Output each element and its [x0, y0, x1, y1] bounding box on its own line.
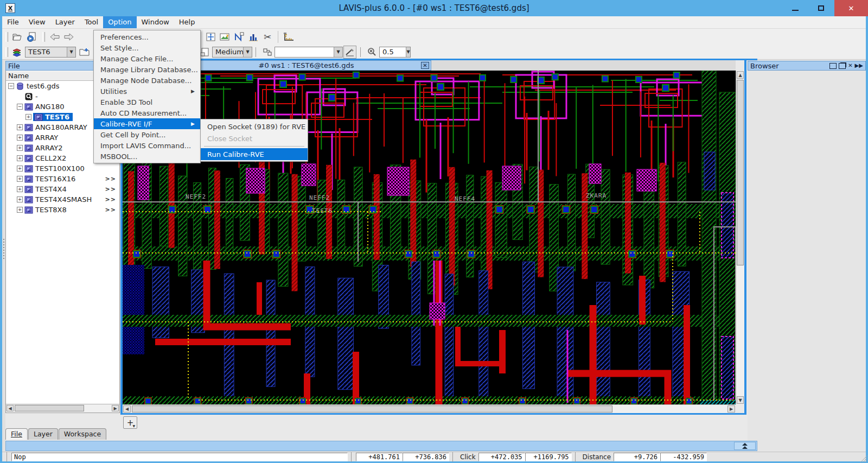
expand-toggle[interactable] [25, 114, 31, 120]
expand-toggle[interactable] [17, 186, 23, 192]
tab-layer[interactable]: Layer [28, 428, 58, 440]
vertical-scroll-thumb[interactable] [737, 80, 744, 265]
tree-row[interactable]: TEST8X8 >> [6, 205, 119, 215]
menu-tool[interactable]: Tool [80, 16, 103, 28]
minimize-button[interactable] [783, 0, 807, 16]
menu-window[interactable]: Window [137, 16, 174, 28]
route-node-button[interactable] [261, 46, 274, 59]
horizontal-scroll-thumb[interactable] [132, 405, 612, 413]
panel-collapse-icon[interactable]: ▶▶ [855, 63, 863, 68]
close-button[interactable]: ✕ [834, 0, 868, 16]
menu-item-manage-cache-file[interactable]: Manage Cache File... [94, 53, 200, 64]
menu-item-open-socket[interactable]: Open Socket (9189) for RVE [201, 120, 308, 132]
toolbar-grip[interactable] [42, 32, 45, 42]
tree-row[interactable]: TEST4X4SMASH >> [6, 194, 119, 205]
tree-row[interactable]: TEST16X16 >> [6, 174, 119, 184]
expand-toggle[interactable] [17, 145, 23, 151]
zoom-reset-button[interactable] [366, 46, 379, 59]
scroll-down-button[interactable]: ▼ [737, 396, 744, 404]
strip-collapse-button[interactable] [734, 442, 756, 450]
menu-item-manage-node-database[interactable]: Manage Node Database... [94, 75, 200, 86]
horizontal-scroll-thumb[interactable] [15, 405, 84, 411]
open-file-button[interactable] [11, 30, 24, 43]
combo-arrow-icon[interactable]: ▼ [67, 47, 75, 57]
play-document-icon [27, 32, 37, 42]
workspace-close-icon[interactable]: ✕ [421, 62, 429, 69]
bar-chart-icon [248, 33, 258, 41]
node-trace-button[interactable] [233, 30, 246, 43]
menu-item-close-socket[interactable]: Close Socket [201, 132, 308, 144]
browser-panel-titlebar[interactable]: Browser ✕ ▶▶ [748, 61, 866, 71]
zoom-level-combo[interactable]: 0.5 ▼ [379, 47, 411, 58]
expand-toggle[interactable] [17, 135, 23, 141]
new-folder-button[interactable] [78, 46, 91, 59]
file-panel-horizontal-scrollbar[interactable]: ◀ ▶ [6, 404, 119, 413]
menu-item-utilities[interactable]: Utilities▶ [94, 86, 200, 97]
menu-item-get-cell-by-point[interactable]: Get Cell by Point... [94, 129, 200, 140]
menu-item-preferences[interactable]: Preferences... [94, 31, 200, 42]
panel-restore-button[interactable] [839, 63, 846, 69]
tab-workspace[interactable]: Workspace [59, 428, 106, 440]
tree-row[interactable]: TEST100X100 [6, 163, 119, 174]
workspace-tab[interactable]: #0 ws1 : TEST6@test6.gds ✕ [191, 60, 431, 71]
cell-select-combo[interactable]: TEST6 ▼ [25, 47, 76, 58]
tree-row[interactable]: TEST4X4 >> [6, 184, 119, 194]
menu-item-set-style[interactable]: Set Style... [94, 42, 200, 53]
collapse-toggle[interactable] [8, 83, 14, 89]
menu-item-import-lavis-command[interactable]: Import LAVIS Command... [94, 140, 200, 151]
cell-icon [24, 134, 33, 142]
menu-item-enable-3d-tool[interactable]: Enable 3D Tool [94, 97, 200, 107]
export-run-button[interactable] [25, 30, 39, 43]
add-workspace-button[interactable]: +▼ [123, 416, 137, 429]
menu-item-auto-cd-measurement[interactable]: Auto CD Measurement... [94, 107, 200, 118]
command-strip[interactable] [5, 441, 757, 451]
menu-item-calibre-rve-if[interactable]: Calibre-RVE I/F▶ [94, 118, 200, 129]
ruler-button[interactable] [282, 30, 295, 43]
menu-help[interactable]: Help [174, 16, 200, 28]
menu-option[interactable]: Option [103, 16, 136, 28]
scroll-left-button[interactable]: ◀ [123, 405, 131, 413]
menu-view[interactable]: View [24, 16, 50, 28]
toolbar-grip[interactable] [5, 47, 8, 57]
scroll-right-button[interactable]: ▶ [727, 405, 735, 413]
canvas-horizontal-scrollbar[interactable]: ◀ ▶ [123, 404, 736, 413]
menu-item-run-calibre-rve[interactable]: Run Calibre-RVE [201, 148, 308, 160]
toolbar-grip[interactable] [5, 32, 8, 42]
scroll-left-button[interactable]: ◀ [7, 405, 14, 411]
panel-close-icon[interactable]: ✕ [848, 63, 852, 68]
expand-toggle[interactable] [17, 196, 23, 202]
snapshot-button[interactable] [219, 30, 232, 43]
expand-toggle[interactable] [17, 207, 23, 213]
window-resize-grip[interactable] [860, 455, 867, 462]
dock-grip[interactable] [3, 239, 4, 261]
panel-maximize-button[interactable] [829, 63, 837, 69]
forward-button[interactable] [62, 30, 75, 43]
menu-layer[interactable]: Layer [50, 16, 80, 28]
collapse-toggle[interactable] [17, 104, 23, 110]
maximize-button[interactable] [809, 0, 833, 16]
expand-toggle[interactable] [17, 166, 23, 172]
layers-button[interactable] [11, 46, 24, 59]
tab-file[interactable]: File [5, 428, 28, 440]
expand-toggle[interactable] [17, 155, 23, 161]
name-search-combo[interactable]: ▼ [275, 47, 343, 58]
menu-item-manage-library-database[interactable]: Manage Library Database... [94, 64, 200, 75]
draw-line-button[interactable] [343, 46, 356, 59]
expand-toggle[interactable] [17, 124, 23, 130]
expand-toggle[interactable] [17, 176, 23, 182]
back-button[interactable] [48, 30, 61, 43]
combo-arrow-icon[interactable]: ▼ [406, 47, 410, 57]
menu-file[interactable]: File [2, 16, 24, 28]
cut-button[interactable]: ✂ [261, 30, 274, 43]
menu-item-msbool[interactable]: MSBOOL... [94, 151, 200, 162]
fit-view-button[interactable] [205, 30, 218, 43]
combo-arrow-icon[interactable]: ▼ [334, 47, 342, 57]
canvas-vertical-scrollbar[interactable]: ▲ ▼ [736, 71, 744, 404]
statistics-button[interactable] [247, 30, 260, 43]
combo-arrow-icon[interactable]: ▼ [243, 47, 252, 57]
detail-level-combo[interactable]: Medium ▼ [212, 47, 252, 58]
titlebar[interactable]: X LAVIS-plus 6.0.0 - [#0 ws1 : TEST6@tes… [0, 0, 868, 16]
scroll-up-button[interactable]: ▲ [737, 71, 744, 79]
image-icon [220, 33, 231, 41]
scroll-right-button[interactable]: ▶ [112, 405, 119, 411]
